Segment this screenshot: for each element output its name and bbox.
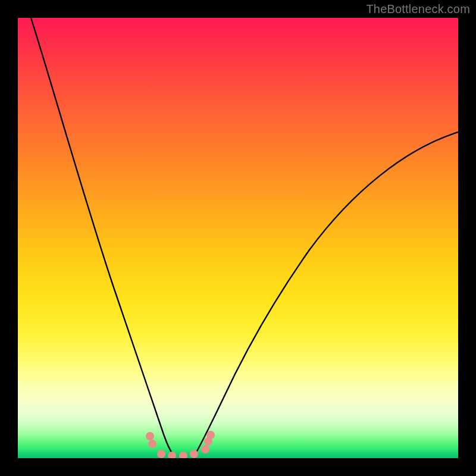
svg-point-2	[157, 450, 165, 458]
chart-frame: TheBottleneck.com	[0, 0, 476, 476]
svg-point-8	[206, 431, 215, 439]
svg-point-1	[148, 440, 156, 448]
svg-point-0	[146, 432, 154, 440]
right-curve	[194, 132, 458, 456]
svg-point-3	[168, 452, 176, 458]
svg-point-4	[179, 452, 187, 458]
valley-markers	[146, 431, 215, 458]
watermark-text: TheBottleneck.com	[366, 2, 470, 16]
left-curve	[31, 18, 174, 456]
plot-area	[18, 18, 458, 458]
curve-layer	[18, 18, 458, 458]
svg-point-6	[201, 445, 209, 453]
svg-point-5	[190, 450, 198, 458]
